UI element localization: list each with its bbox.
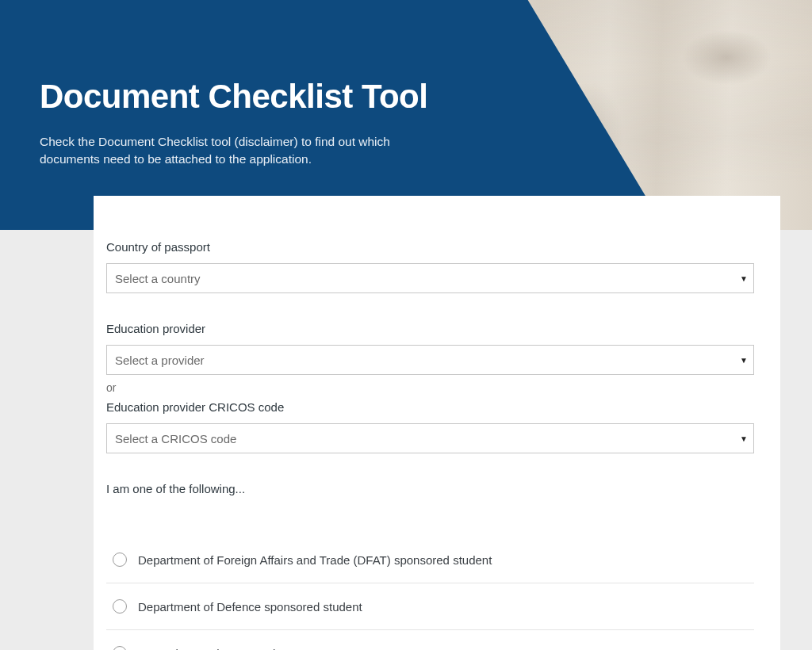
cricos-label: Education provider CRICOS code <box>106 400 754 414</box>
radio-option-defence[interactable]: Department of Defence sponsored student <box>106 583 754 630</box>
cricos-select[interactable]: Select a CRICOS code <box>106 423 754 453</box>
radio-label: Secondary exchange student <box>138 647 292 651</box>
page-subtitle: Check the Document Checklist tool (discl… <box>40 133 444 169</box>
page-title: Document Checklist Tool <box>40 78 444 116</box>
radio-label: Department of Defence sponsored student <box>138 600 362 614</box>
provider-label: Education provider <box>106 322 754 335</box>
country-label: Country of passport <box>106 240 754 254</box>
following-heading: I am one of the following... <box>106 482 754 495</box>
country-select[interactable]: Select a country <box>106 263 754 293</box>
radio-icon <box>113 646 127 650</box>
form-card: Country of passport Select a country ▼ E… <box>94 196 780 650</box>
or-separator: or <box>106 381 754 394</box>
radio-icon <box>113 599 127 614</box>
radio-option-secondary-exchange[interactable]: Secondary exchange student <box>106 630 754 650</box>
radio-label: Department of Foreign Affairs and Trade … <box>138 553 492 567</box>
radio-option-dfat[interactable]: Department of Foreign Affairs and Trade … <box>106 537 754 583</box>
radio-icon <box>113 552 127 567</box>
radio-option-list: Department of Foreign Affairs and Trade … <box>106 537 754 650</box>
provider-select[interactable]: Select a provider <box>106 345 754 375</box>
